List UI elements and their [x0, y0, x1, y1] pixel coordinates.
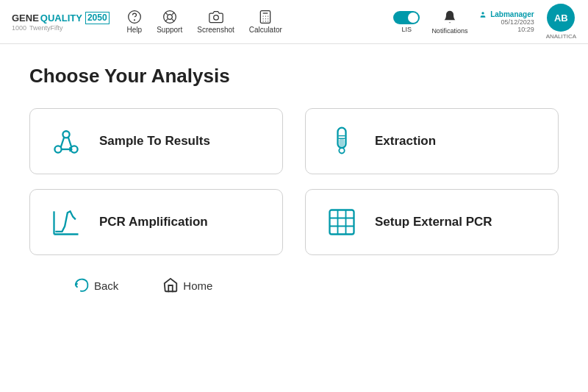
home-icon [162, 277, 179, 293]
svg-line-25 [68, 138, 72, 148]
svg-rect-28 [339, 138, 344, 148]
logo: GENE QUALITY 2050 1000 TwentyFifty [12, 12, 110, 31]
nav-icons: Help Support Screenshot [127, 10, 394, 34]
bell-icon [442, 10, 457, 27]
user-info: Labmanager 05/12/2023 10:29 [479, 10, 534, 33]
external-pcr-icon [323, 206, 360, 238]
help-icon [127, 10, 142, 24]
logo-quality: QUALITY [40, 13, 82, 24]
card-label-pcr-amplification: PCR Amplification [99, 215, 208, 229]
toggle-knob [408, 13, 418, 23]
svg-point-23 [62, 131, 69, 138]
card-label-setup-external-pcr: Setup External PCR [375, 215, 492, 229]
svg-line-6 [172, 13, 174, 15]
analysis-grid: Sample To Results Extraction [29, 108, 559, 255]
bottom-navigation: Back Home [29, 277, 559, 293]
calculator-icon [258, 10, 273, 24]
nav-support-label: Support [157, 26, 182, 34]
user-name: Labmanager [479, 10, 534, 18]
nav-support[interactable]: Support [157, 10, 182, 34]
app-header: GENE QUALITY 2050 1000 TwentyFifty Help [0, 0, 588, 44]
svg-line-5 [172, 19, 174, 21]
svg-line-7 [165, 19, 168, 21]
notifications-area[interactable]: Notifications [431, 10, 467, 35]
back-label: Back [94, 279, 118, 292]
user-time: 10:29 [517, 26, 534, 33]
svg-rect-35 [330, 210, 354, 235]
nav-calculator-label: Calculator [249, 26, 282, 34]
logo-gene: GENE [12, 13, 39, 24]
nav-help[interactable]: Help [127, 10, 143, 34]
main-content: Choose Your Analysis Sample To Results [0, 44, 588, 308]
nav-screenshot-label: Screenshot [197, 26, 234, 34]
logo-sub1: 1000 [12, 24, 26, 32]
home-label: Home [183, 279, 212, 292]
avatar[interactable]: AB [547, 4, 575, 32]
nav-screenshot[interactable]: Screenshot [197, 10, 234, 34]
svg-point-8 [213, 15, 218, 21]
svg-point-3 [167, 15, 172, 20]
brand-label: ANALITICA [546, 33, 576, 40]
user-date: 05/12/2023 [501, 18, 534, 26]
header-right: LIS Notifications Labmanager 05/12/2023 … [393, 4, 576, 40]
logo-sub2: TwentyFifty [29, 24, 63, 32]
card-label-extraction: Extraction [375, 134, 436, 149]
svg-point-20 [482, 12, 484, 14]
card-sample-to-results[interactable]: Sample To Results [29, 108, 283, 174]
lis-label: LIS [402, 26, 412, 33]
sample-icon [48, 125, 85, 157]
lis-toggle[interactable] [393, 11, 420, 24]
notifications-label: Notifications [431, 27, 467, 35]
back-icon [74, 277, 90, 293]
card-pcr-amplification[interactable]: PCR Amplification [29, 189, 283, 255]
card-setup-external-pcr[interactable]: Setup External PCR [305, 189, 559, 255]
page-title: Choose Your Analysis [29, 65, 559, 88]
card-label-sample-to-results: Sample To Results [99, 134, 210, 149]
nav-help-label: Help [127, 26, 143, 34]
card-extraction[interactable]: Extraction [305, 108, 559, 174]
screenshot-icon [209, 10, 223, 24]
svg-line-4 [165, 13, 168, 15]
support-icon [162, 10, 177, 24]
svg-point-1 [134, 20, 135, 21]
home-button[interactable]: Home [162, 277, 212, 293]
extraction-icon [323, 125, 360, 157]
pcr-icon [48, 206, 85, 238]
back-button[interactable]: Back [74, 277, 118, 293]
logo-number: 2050 [85, 12, 110, 24]
lis-toggle-area: LIS [393, 11, 420, 33]
nav-calculator[interactable]: Calculator [249, 10, 282, 34]
svg-line-24 [61, 138, 65, 148]
